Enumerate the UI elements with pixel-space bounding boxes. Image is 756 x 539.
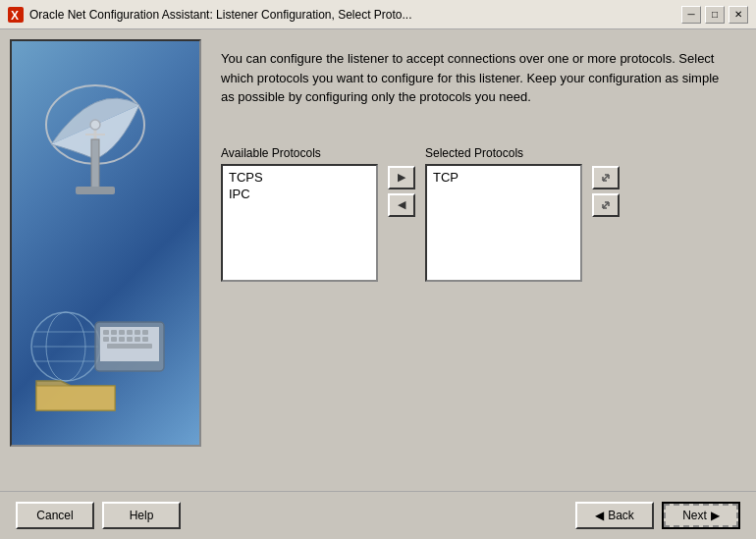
svg-point-7	[90, 120, 100, 130]
description-text: You can configure the listener to accept…	[221, 49, 727, 107]
reorder-buttons	[592, 166, 620, 217]
available-protocols-label: Available Protocols	[221, 146, 378, 160]
svg-rect-15	[103, 330, 109, 335]
next-arrow-icon: ▶	[711, 509, 720, 522]
back-arrow-icon: ◀	[595, 509, 604, 522]
svg-rect-27	[107, 344, 152, 349]
move-up-button[interactable]	[592, 166, 620, 189]
available-protocols-container: Available Protocols TCPS IPC	[221, 146, 378, 282]
svg-line-29	[603, 175, 609, 181]
svg-rect-18	[127, 330, 133, 335]
svg-rect-17	[119, 330, 125, 335]
svg-rect-25	[135, 337, 140, 342]
bottom-bar: Cancel Help ◀ Back Next ▶	[0, 491, 756, 539]
svg-rect-21	[103, 337, 109, 342]
back-label: Back	[608, 509, 634, 522]
list-item[interactable]: TCP	[430, 169, 577, 186]
svg-rect-5	[91, 139, 99, 189]
cancel-button[interactable]: Cancel	[16, 502, 94, 529]
maximize-button[interactable]: □	[705, 6, 725, 24]
transfer-buttons: ▶ ◀	[388, 166, 415, 217]
main-content: You can configure the listener to accept…	[0, 29, 756, 491]
svg-rect-24	[127, 337, 133, 342]
svg-rect-26	[142, 337, 148, 342]
move-left-button[interactable]: ◀	[388, 193, 415, 217]
svg-line-34	[603, 202, 609, 208]
selected-protocols-container: Selected Protocols TCP	[425, 146, 582, 282]
available-protocols-list[interactable]: TCPS IPC	[221, 164, 378, 282]
selected-protocols-label: Selected Protocols	[425, 146, 582, 160]
next-button[interactable]: Next ▶	[662, 502, 740, 529]
svg-rect-19	[135, 330, 140, 335]
app-icon: X	[8, 7, 24, 23]
move-right-button[interactable]: ▶	[388, 166, 415, 189]
protocol-area: Available Protocols TCPS IPC ▶ ◀ Selecte…	[221, 146, 727, 282]
right-panel: You can configure the listener to accept…	[201, 39, 746, 481]
svg-text:X: X	[11, 9, 19, 23]
svg-rect-22	[111, 337, 117, 342]
minimize-button[interactable]: ─	[681, 6, 701, 24]
window-controls: ─ □ ✕	[681, 6, 748, 24]
help-button[interactable]: Help	[102, 502, 181, 529]
svg-rect-6	[76, 187, 115, 194]
satellite-dish-icon	[41, 71, 159, 198]
title-bar: X Oracle Net Configuration Assistant: Li…	[0, 0, 756, 29]
window-title: Oracle Net Configuration Assistant: List…	[29, 8, 681, 22]
back-button[interactable]: ◀ Back	[575, 502, 654, 529]
next-label: Next	[682, 509, 707, 522]
svg-rect-28	[36, 386, 115, 410]
svg-rect-16	[111, 330, 117, 335]
list-item[interactable]: IPC	[226, 186, 373, 202]
close-button[interactable]: ✕	[729, 6, 748, 24]
network-equipment-icon	[22, 268, 179, 425]
left-panel	[10, 39, 201, 447]
svg-rect-20	[142, 330, 148, 335]
selected-protocols-list[interactable]: TCP	[425, 164, 582, 282]
move-down-button[interactable]	[592, 193, 620, 217]
list-item[interactable]: TCPS	[226, 169, 373, 186]
svg-rect-23	[119, 337, 125, 342]
